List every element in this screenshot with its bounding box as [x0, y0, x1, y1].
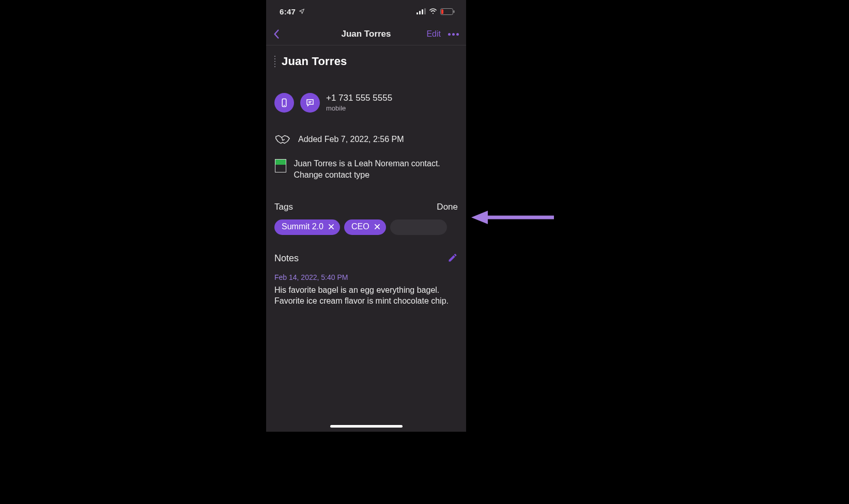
annotation-arrow: [471, 210, 554, 225]
tags-label: Tags: [274, 202, 293, 212]
tag-remove-button[interactable]: [328, 223, 335, 230]
note-date: Feb 14, 2022, 5:40 PM: [274, 273, 458, 281]
svg-rect-1: [419, 11, 421, 14]
note-body: His favorite bagel is an egg everything …: [274, 285, 458, 307]
svg-rect-0: [416, 12, 418, 14]
svg-rect-6: [454, 10, 455, 13]
status-time: 6:47: [280, 7, 296, 16]
contact-name: Juan Torres: [282, 55, 347, 68]
notes-header: Notes: [274, 253, 458, 265]
battery-icon: [440, 8, 455, 15]
phone-text-block[interactable]: +1 731 555 5555 mobile: [326, 93, 392, 113]
svg-rect-3: [424, 8, 426, 14]
phone-frame: 6:47: [266, 0, 466, 432]
phone-type: mobile: [326, 104, 392, 113]
svg-marker-17: [471, 211, 488, 224]
tag-remove-button[interactable]: [374, 223, 381, 230]
tags-list: Summit 2.0 CEO: [274, 219, 458, 235]
home-indicator[interactable]: [330, 425, 403, 428]
svg-rect-2: [422, 9, 423, 14]
back-button[interactable]: [266, 23, 287, 45]
wifi-icon: [429, 8, 437, 14]
tags-done-button[interactable]: Done: [437, 202, 458, 212]
edit-button[interactable]: Edit: [426, 29, 441, 39]
svg-rect-7: [441, 9, 443, 14]
status-time-group: 6:47: [280, 7, 305, 16]
tag-chip[interactable]: Summit 2.0: [274, 219, 340, 235]
phone-number: +1 731 555 5555: [326, 93, 392, 103]
status-bar: 6:47: [266, 0, 466, 23]
notes-label: Notes: [274, 253, 299, 264]
contact-detail: Juan Torres +1: [266, 45, 466, 307]
contact-name-row: Juan Torres: [274, 55, 458, 68]
drag-handle-icon[interactable]: [274, 56, 276, 67]
tag-chip[interactable]: CEO: [344, 219, 386, 235]
contact-type-text: Juan Torres is a Leah Noreman contact. C…: [294, 158, 458, 181]
message-button[interactable]: [300, 93, 320, 113]
status-right-group: [416, 8, 455, 15]
added-text: Added Feb 7, 2022, 2:56 PM: [298, 135, 404, 144]
phone-row: +1 731 555 5555 mobile: [274, 93, 458, 113]
call-button[interactable]: [274, 93, 294, 113]
tags-header: Tags Done: [274, 202, 458, 212]
contact-type-icon: [274, 159, 286, 172]
more-options-button[interactable]: [448, 33, 461, 36]
edit-notes-button[interactable]: [447, 253, 458, 265]
location-icon: [299, 8, 305, 14]
added-row: Added Feb 7, 2022, 2:56 PM: [274, 133, 458, 146]
tag-input[interactable]: [390, 219, 447, 235]
tag-label: CEO: [351, 223, 369, 231]
svg-point-4: [433, 13, 434, 14]
handshake-icon: [274, 133, 291, 146]
tag-label: Summit 2.0: [282, 223, 323, 231]
contact-type-row[interactable]: Juan Torres is a Leah Noreman contact. C…: [274, 158, 458, 181]
cellular-icon: [416, 8, 426, 14]
navbar: Juan Torres Edit: [266, 23, 466, 45]
